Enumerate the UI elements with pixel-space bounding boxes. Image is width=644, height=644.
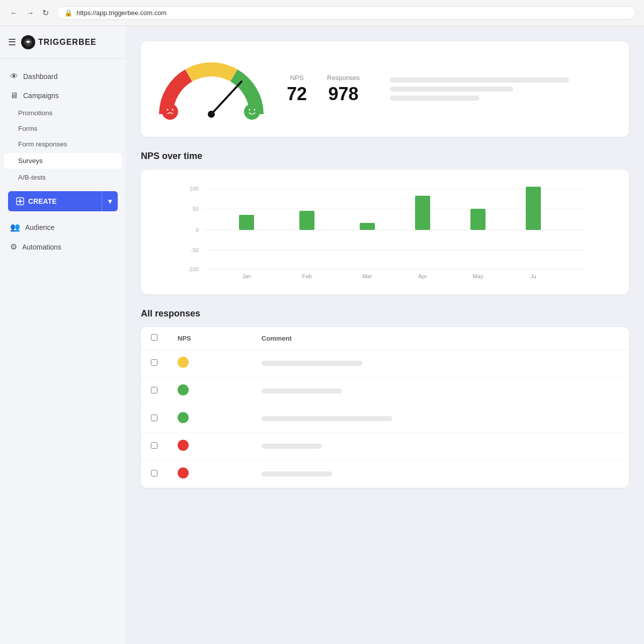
sidebar-item-forms[interactable]: Forms — [0, 121, 126, 136]
sidebar: ☰ TRIGGERBEE 👁 Dashboard 🖥 Campai — [0, 26, 126, 644]
sidebar-item-automations-label: Automations — [22, 243, 61, 251]
refresh-button[interactable]: ↻ — [40, 7, 51, 19]
create-label: CREATE — [28, 197, 57, 205]
sidebar-item-audience-label: Audience — [25, 223, 54, 231]
svg-rect-31 — [526, 187, 541, 230]
sidebar-item-campaigns[interactable]: 🖥 Campaigns — [0, 86, 126, 105]
nps-over-time-title: NPS over time — [141, 151, 629, 162]
svg-text:May: May — [473, 273, 484, 279]
svg-point-10 — [254, 109, 256, 111]
sidebar-item-dashboard[interactable]: 👁 Dashboard — [0, 67, 126, 86]
col-header-comment: Comment — [252, 327, 629, 350]
nav-buttons: ← → ↻ — [8, 7, 51, 19]
campaigns-icon: 🖥 — [10, 91, 18, 100]
sidebar-item-promotions[interactable]: Promotions — [0, 105, 126, 121]
svg-point-7 — [172, 109, 174, 111]
col-header-nps: NPS — [168, 327, 252, 350]
lock-icon: 🔒 — [64, 9, 72, 17]
sidebar-item-surveys[interactable]: Surveys — [4, 153, 122, 169]
svg-rect-25 — [360, 223, 375, 230]
nps-value: 72 — [287, 84, 307, 105]
gauge-chart — [156, 56, 267, 122]
nps-stats: NPS 72 Responses 978 — [287, 74, 360, 105]
bar-row-1 — [390, 77, 569, 83]
forward-button[interactable]: → — [24, 7, 36, 19]
create-button[interactable]: CREATE ▾ — [8, 191, 118, 211]
svg-text:Ju: Ju — [530, 273, 536, 279]
responses-card: NPS Comment — [141, 327, 629, 488]
nps-dot — [178, 467, 189, 478]
svg-point-9 — [249, 109, 251, 111]
app-wrapper: ☰ TRIGGERBEE 👁 Dashboard 🖥 Campai — [0, 26, 644, 644]
sidebar-item-ab-tests[interactable]: A/B-tests — [0, 170, 126, 185]
create-dropdown-arrow[interactable]: ▾ — [102, 191, 118, 211]
svg-text:-50: -50 — [191, 247, 199, 253]
svg-text:Mar: Mar — [363, 273, 372, 279]
hamburger-icon[interactable]: ☰ — [8, 37, 16, 48]
svg-rect-21 — [239, 215, 254, 230]
chevron-down-icon: ▾ — [108, 197, 112, 205]
table-row — [141, 405, 629, 433]
bar-row-2 — [390, 87, 513, 92]
sidebar-item-audience[interactable]: 👥 Audience — [0, 217, 126, 237]
chart-card: 100 50 0 -50 -100 Jan — [141, 170, 629, 294]
sidebar-item-automations[interactable]: ⚙ Automations — [0, 237, 126, 257]
svg-text:0: 0 — [196, 227, 199, 233]
responses-table: NPS Comment — [141, 327, 629, 488]
sidebar-item-dashboard-label: Dashboard — [23, 72, 58, 80]
svg-point-8 — [244, 104, 260, 120]
select-all-checkbox[interactable] — [151, 334, 157, 341]
back-button[interactable]: ← — [8, 7, 20, 19]
svg-rect-23 — [299, 211, 314, 230]
nps-breakdown-bars — [380, 77, 614, 101]
eye-icon: 👁 — [10, 72, 18, 81]
svg-text:Apr: Apr — [418, 273, 427, 279]
sidebar-header: ☰ TRIGGERBEE — [0, 26, 126, 59]
browser-chrome: ← → ↻ 🔒 https://app.triggerbee.com.com — [0, 0, 644, 26]
row-checkbox[interactable] — [151, 415, 157, 421]
comment-placeholder — [262, 361, 362, 366]
nps-card: NPS 72 Responses 978 — [141, 41, 629, 137]
svg-rect-29 — [470, 209, 486, 230]
svg-text:Feb: Feb — [302, 273, 312, 279]
col-header-checkbox — [141, 327, 168, 350]
automations-icon: ⚙ — [10, 242, 17, 252]
logo-container: TRIGGERBEE — [21, 35, 97, 49]
table-row — [141, 350, 629, 377]
logo-icon — [21, 35, 35, 49]
address-bar[interactable]: 🔒 https://app.triggerbee.com.com — [57, 6, 636, 20]
comment-placeholder — [262, 416, 392, 421]
nps-score-stat: NPS 72 — [287, 74, 307, 105]
sidebar-nav: 👁 Dashboard 🖥 Campaigns Promotions Forms… — [0, 59, 126, 644]
main-content: NPS 72 Responses 978 NPS over time — [126, 26, 644, 644]
comment-placeholder — [262, 471, 332, 476]
row-checkbox[interactable] — [151, 387, 157, 393]
sidebar-item-form-responses[interactable]: Form responses — [0, 136, 126, 152]
svg-point-5 — [162, 104, 178, 120]
create-icon — [16, 197, 24, 205]
svg-text:-100: -100 — [188, 266, 199, 272]
bar-row-3 — [390, 96, 479, 101]
audience-icon: 👥 — [10, 222, 20, 232]
nps-dot — [178, 412, 189, 423]
create-btn-container: CREATE ▾ — [0, 185, 126, 217]
responses-stat: Responses 978 — [327, 74, 360, 105]
svg-point-1 — [27, 41, 29, 43]
row-checkbox[interactable] — [151, 470, 157, 476]
row-checkbox[interactable] — [151, 442, 157, 449]
create-btn-main: CREATE — [8, 191, 102, 211]
url-text: https://app.triggerbee.com.com — [76, 9, 167, 17]
comment-placeholder — [262, 388, 342, 393]
svg-text:100: 100 — [190, 186, 199, 192]
table-row — [141, 460, 629, 488]
logo-text: TRIGGERBEE — [38, 38, 97, 47]
responses-value: 978 — [327, 84, 360, 105]
row-checkbox[interactable] — [151, 359, 157, 366]
responses-section-title: All responses — [141, 308, 629, 319]
nps-dot — [178, 440, 189, 451]
nps-dot — [178, 357, 189, 368]
comment-placeholder — [262, 444, 322, 449]
responses-label: Responses — [327, 74, 360, 82]
nps-dot — [178, 384, 189, 395]
svg-line-3 — [211, 82, 242, 114]
